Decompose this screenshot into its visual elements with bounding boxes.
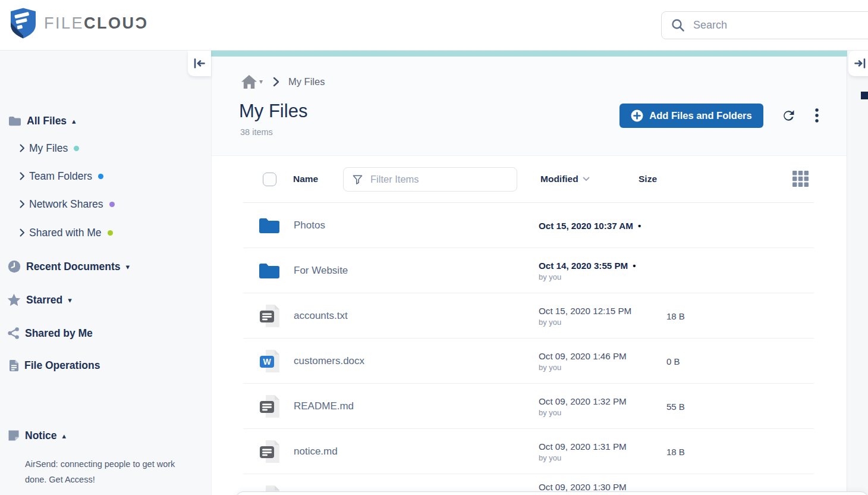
chevron-right-icon bbox=[273, 77, 279, 87]
grid-view-icon bbox=[792, 171, 809, 187]
storage-dot bbox=[74, 146, 79, 151]
modified-cell: Oct 15, 2020 10:37 AM• bbox=[539, 203, 641, 248]
grid-view-button[interactable] bbox=[791, 170, 809, 187]
table-row[interactable]: notice.md Oct 09, 2020 1:31 PM by you 18… bbox=[212, 429, 847, 474]
breadcrumb-current[interactable]: My Files bbox=[288, 76, 325, 87]
modified-date: Oct 09, 2020 1:46 PM bbox=[539, 351, 627, 361]
sidebar-item-label: Shared by Me bbox=[25, 327, 93, 340]
expand-right-panel-button[interactable] bbox=[848, 51, 868, 76]
teal-accent-bar bbox=[211, 51, 847, 57]
refresh-button[interactable] bbox=[778, 105, 798, 126]
file-size: 18 B bbox=[666, 293, 685, 339]
modified-by: by you bbox=[539, 318, 631, 327]
global-search-box[interactable] bbox=[661, 11, 868, 39]
column-header-size[interactable]: Size bbox=[639, 174, 657, 184]
sidebar-item-all-files[interactable]: All Files ▴ bbox=[8, 111, 76, 131]
items-count: 38 items bbox=[240, 127, 273, 137]
caret-down-icon: ▾ bbox=[126, 263, 130, 271]
filter-funnel-icon bbox=[353, 175, 363, 184]
folder-icon bbox=[258, 262, 281, 280]
sidebar-item-team-folders[interactable]: Team Folders bbox=[20, 166, 103, 186]
modified-cell: Oct 15, 2020 12:15 PM by you bbox=[539, 293, 631, 339]
sidebar-item-label: File Operations bbox=[24, 359, 100, 372]
sidebar-item-label: Starred bbox=[26, 294, 62, 306]
sidebar-item-label: Shared with Me bbox=[29, 227, 102, 239]
folder-icon bbox=[8, 116, 21, 126]
table-row[interactable]: README.md Oct 09, 2020 1:32 PM by you 55… bbox=[212, 384, 847, 429]
add-files-button[interactable]: Add Files and Folders bbox=[619, 104, 763, 128]
document-icon bbox=[9, 359, 19, 372]
sidebar-item-shared-with-me[interactable]: Shared with Me bbox=[20, 223, 113, 243]
file-name[interactable]: For Website bbox=[294, 248, 348, 293]
file-size: 55 B bbox=[666, 384, 685, 429]
filter-box[interactable] bbox=[343, 167, 517, 192]
content-header-zone: ▾ My Files My Files 38 items Add Files a… bbox=[212, 57, 847, 156]
text-file-icon bbox=[258, 394, 284, 419]
table-row[interactable]: For Website Oct 14, 2020 3:55 PM• by you bbox=[212, 248, 847, 293]
storage-dot bbox=[109, 202, 115, 207]
search-input[interactable] bbox=[693, 19, 860, 32]
main-content-panel: ▾ My Files My Files 38 items Add Files a… bbox=[211, 57, 847, 495]
sidebar-item-starred[interactable]: Starred ▾ bbox=[7, 290, 72, 310]
caret-down-icon: ▾ bbox=[68, 296, 72, 304]
more-options-button[interactable] bbox=[807, 105, 827, 126]
sidebar-item-label: All Files bbox=[27, 115, 67, 127]
file-name[interactable]: customers.docx bbox=[294, 339, 364, 384]
chevron-right-icon bbox=[20, 200, 25, 208]
sidebar-item-file-operations[interactable]: File Operations bbox=[9, 355, 100, 375]
modified-date: Oct 09, 2020 1:32 PM bbox=[539, 396, 627, 406]
caret-down-icon[interactable]: ▾ bbox=[259, 77, 263, 86]
file-name[interactable]: Photos bbox=[294, 203, 325, 248]
collapse-sidebar-button[interactable] bbox=[188, 51, 211, 76]
chevron-right-icon bbox=[20, 172, 25, 180]
scrollbar-thumb[interactable] bbox=[861, 92, 868, 99]
modified-by: by you bbox=[539, 363, 627, 372]
top-header-bar: FILECLOUƆ bbox=[0, 0, 868, 51]
sidebar-item-my-files[interactable]: My Files bbox=[20, 138, 79, 158]
notice-text[interactable]: AirSend: connecting people to get work d… bbox=[25, 456, 199, 487]
table-row[interactable]: accounts.txt Oct 15, 2020 12:15 PM by yo… bbox=[212, 293, 847, 339]
sidebar-item-label: My Files bbox=[29, 142, 68, 155]
sidebar-item-notice[interactable]: Notice ▴ bbox=[8, 425, 66, 446]
chevron-right-icon bbox=[20, 228, 25, 237]
file-size: 18 B bbox=[666, 429, 685, 474]
clock-icon bbox=[8, 260, 21, 273]
table-row[interactable]: W customers.docx Oct 09, 2020 1:46 PM by… bbox=[212, 339, 847, 384]
table-row[interactable]: Photos Oct 15, 2020 10:37 AM• bbox=[212, 203, 847, 248]
add-files-button-label: Add Files and Folders bbox=[649, 110, 751, 121]
expand-right-icon bbox=[854, 58, 866, 68]
folder-icon bbox=[258, 217, 281, 234]
file-name[interactable]: accounts.txt bbox=[294, 293, 348, 339]
filecloud-logo[interactable]: FILECLOUƆ bbox=[11, 8, 149, 39]
file-name[interactable]: README.md bbox=[294, 384, 354, 429]
search-icon bbox=[671, 18, 685, 32]
modified-cell: Oct 09, 2020 1:32 PM by you bbox=[539, 384, 627, 429]
storage-dot bbox=[98, 174, 103, 179]
share-icon bbox=[8, 327, 20, 339]
file-size: 0 B bbox=[666, 339, 680, 384]
svg-text:W: W bbox=[263, 357, 271, 366]
modified-date: Oct 15, 2020 12:15 PM bbox=[539, 306, 631, 316]
modified-date: Oct 15, 2020 10:37 AM bbox=[539, 221, 633, 231]
filter-input[interactable] bbox=[370, 174, 495, 185]
text-file-icon bbox=[258, 303, 284, 328]
bottom-sheet-panel[interactable] bbox=[236, 491, 868, 495]
notice-note-icon bbox=[8, 430, 20, 441]
modified-by: by you bbox=[539, 272, 636, 281]
sidebar-item-recent-documents[interactable]: Recent Documents ▾ bbox=[8, 256, 130, 277]
select-all-checkbox[interactable] bbox=[263, 173, 276, 186]
caret-up-icon: ▴ bbox=[72, 117, 76, 125]
unread-dot: • bbox=[638, 221, 641, 231]
modified-date: Oct 09, 2020 1:30 PM bbox=[539, 482, 627, 492]
sidebar-item-label: Team Folders bbox=[29, 170, 92, 183]
sidebar-item-network-shares[interactable]: Network Shares bbox=[20, 194, 115, 214]
kebab-menu-icon bbox=[815, 108, 819, 123]
home-icon[interactable] bbox=[241, 74, 257, 89]
column-header-modified[interactable]: Modified bbox=[540, 174, 590, 184]
word-file-icon: W bbox=[258, 349, 284, 374]
file-name[interactable]: notice.md bbox=[294, 429, 338, 474]
modified-by: by you bbox=[539, 408, 627, 417]
column-header-name[interactable]: Name bbox=[293, 174, 318, 184]
sidebar-item-shared-by-me[interactable]: Shared by Me bbox=[8, 323, 93, 343]
sidebar-item-label: Network Shares bbox=[29, 198, 103, 211]
